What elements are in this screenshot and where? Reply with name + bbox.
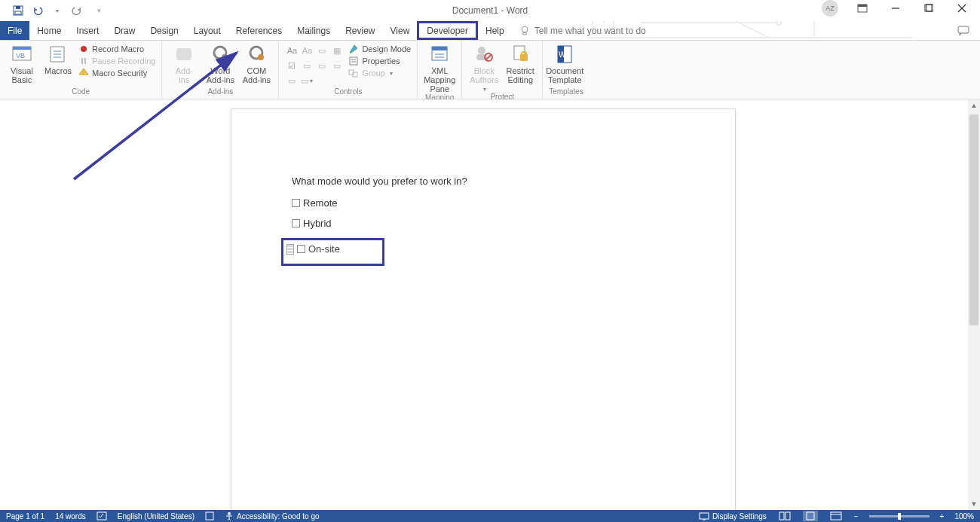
status-page[interactable]: Page 1 of 1 [6, 512, 44, 520]
minimize-icon[interactable] [882, 1, 909, 16]
ribbon-display-icon[interactable] [849, 1, 876, 16]
svg-rect-11 [925, 5, 932, 11]
com-addins-button[interactable]: COM Add-ins [240, 44, 272, 84]
option-remote[interactable]: Remote [292, 197, 675, 209]
svg-rect-35 [432, 47, 447, 50]
svg-rect-6 [16, 6, 20, 9]
content-control-handle-icon[interactable] [286, 244, 294, 255]
option-onsite-label: On-site [308, 243, 340, 255]
group-addins: Add- ins Word Add-ins COM Add-ins Add-in… [162, 41, 279, 99]
tab-home[interactable]: Home [29, 21, 69, 40]
macro-security-button[interactable]: !Macro Security [78, 68, 155, 78]
record-macro-button[interactable]: Record Macro [78, 44, 155, 54]
svg-rect-48 [206, 512, 213, 520]
save-icon[interactable] [11, 3, 26, 18]
close-icon[interactable] [948, 1, 975, 16]
svg-rect-16 [523, 32, 526, 35]
tab-developer[interactable]: Developer [417, 21, 478, 40]
group-code-label: Code [6, 87, 155, 97]
status-macro-icon[interactable] [205, 511, 214, 520]
date-picker-control-icon[interactable]: ▭ [330, 59, 344, 72]
zoom-out-icon[interactable]: − [854, 512, 859, 520]
tab-draw[interactable]: Draw [106, 21, 142, 40]
comments-icon[interactable] [957, 26, 969, 38]
svg-rect-54 [807, 512, 814, 520]
question-text: What mode would you prefer to work in? [292, 176, 675, 187]
redo-icon[interactable] [69, 3, 84, 18]
lightbulb-icon [519, 26, 530, 36]
tab-help[interactable]: Help [478, 21, 512, 40]
tab-layout[interactable]: Layout [186, 21, 228, 40]
svg-point-22 [81, 46, 87, 52]
page[interactable]: What mode would you prefer to work in? R… [231, 108, 736, 522]
vertical-scrollbar[interactable]: ▲ ▼ [968, 99, 980, 510]
restrict-editing-button[interactable]: Restrict Editing [504, 44, 536, 84]
scroll-up-icon[interactable]: ▲ [968, 99, 980, 111]
option-hybrid[interactable]: Hybrid [292, 218, 675, 229]
legacy-tools-icon[interactable]: ▭▾ [300, 74, 314, 87]
tab-references[interactable]: References [228, 21, 289, 40]
group-mapping: XML Mapping Pane Mapping [418, 41, 462, 99]
svg-point-28 [222, 54, 228, 60]
zoom-level[interactable]: 100% [954, 512, 974, 520]
tab-design[interactable]: Design [142, 21, 185, 40]
undo-icon[interactable] [30, 3, 45, 18]
svg-rect-50 [700, 513, 709, 519]
display-settings-button[interactable]: Display Settings [699, 512, 767, 520]
checkbox-control-icon[interactable]: ☑ [285, 59, 299, 72]
svg-rect-53 [786, 512, 790, 520]
user-avatar[interactable]: AZ [822, 0, 838, 17]
svg-text:VB: VB [16, 52, 25, 60]
status-words[interactable]: 14 words [55, 512, 86, 520]
zoom-in-icon[interactable]: + [940, 512, 945, 520]
tell-me-search[interactable] [519, 21, 700, 40]
rich-text-control-icon[interactable]: Aa [285, 44, 299, 57]
tab-review[interactable]: Review [338, 21, 382, 40]
visual-basic-button[interactable]: VB Visual Basic [6, 44, 38, 84]
picture-control-icon[interactable]: ▭ [315, 44, 329, 57]
design-mode-button[interactable]: Design Mode [348, 44, 411, 54]
checkbox-icon[interactable] [297, 245, 305, 253]
combo-box-control-icon[interactable]: ▭ [300, 59, 314, 72]
repeating-control-icon[interactable]: ▭ [285, 74, 299, 87]
group-protect: Block Authors▾ Restrict Editing Protect [462, 41, 543, 99]
tab-view[interactable]: View [383, 21, 418, 40]
plain-text-control-icon[interactable]: Aa [300, 44, 314, 57]
document-area[interactable]: What mode would you prefer to work in? R… [0, 99, 966, 510]
scroll-down-icon[interactable]: ▼ [968, 498, 980, 510]
building-block-control-icon[interactable]: ▦ [330, 44, 344, 57]
status-language[interactable]: English (United States) [118, 512, 194, 520]
tell-me-input[interactable] [534, 26, 700, 36]
tab-mailings[interactable]: Mailings [289, 21, 338, 40]
zoom-slider-thumb[interactable] [898, 513, 901, 520]
print-layout-icon[interactable] [803, 511, 818, 521]
web-layout-icon[interactable] [828, 511, 844, 521]
properties-button[interactable]: Properties [348, 56, 411, 66]
group-control-button: Group▾ [348, 68, 411, 78]
tab-insert[interactable]: Insert [69, 21, 106, 40]
xml-mapping-pane-button[interactable]: XML Mapping Pane [424, 44, 455, 93]
scroll-thumb[interactable] [969, 114, 978, 325]
qat-customize-icon[interactable]: ⠀▾ [89, 3, 104, 18]
qat-dropdown-icon[interactable]: ▾ [50, 3, 65, 18]
quick-access-toolbar: ▾ ⠀▾ [0, 3, 104, 18]
zoom-slider[interactable] [869, 515, 929, 517]
status-spellcheck-icon[interactable] [96, 511, 107, 520]
macros-button[interactable]: Macros [42, 44, 74, 75]
status-accessibility[interactable]: Accessibility: Good to go [225, 511, 320, 520]
read-mode-icon[interactable] [777, 511, 792, 521]
pause-recording-button: Pause Recording [78, 56, 155, 66]
checkbox-icon[interactable] [292, 199, 300, 207]
tab-file[interactable]: File [0, 21, 29, 40]
maximize-icon[interactable] [915, 1, 942, 16]
status-bar: Page 1 of 1 14 words English (United Sta… [0, 510, 980, 522]
checkbox-icon[interactable] [292, 219, 300, 227]
dropdown-control-icon[interactable]: ▭ [315, 59, 329, 72]
option-onsite-selected[interactable]: On-site [281, 238, 384, 266]
svg-point-15 [522, 26, 528, 32]
svg-rect-31 [350, 57, 357, 65]
document-template-button[interactable]: W Document Template [549, 44, 580, 84]
title-bar: ▾ ⠀▾ Document1 - Word AZ [0, 0, 980, 21]
block-authors-button: Block Authors▾ [468, 44, 500, 93]
word-addins-button[interactable]: Word Add-ins [204, 44, 236, 84]
